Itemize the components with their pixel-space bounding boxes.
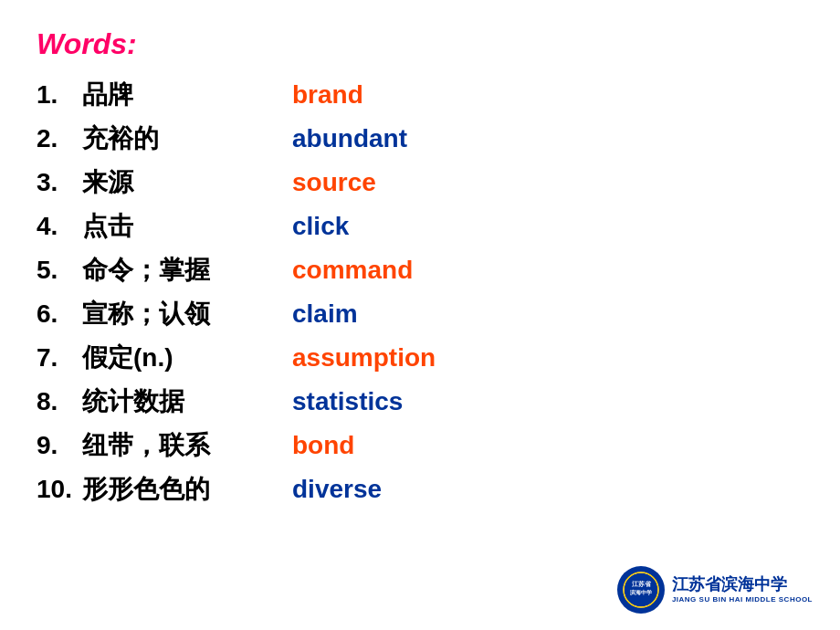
svg-text:江苏省: 江苏省 xyxy=(631,580,651,587)
word-number: 7. xyxy=(37,343,82,373)
word-list: 1.品牌brand2.充裕的abundant3.来源source4.点击clic… xyxy=(37,78,803,507)
word-number: 4. xyxy=(37,212,82,241)
word-english: assumption xyxy=(292,343,436,373)
word-item: 2.充裕的abundant xyxy=(37,121,803,156)
word-item: 7.假定(n.)assumption xyxy=(37,341,803,375)
word-chinese: 来源 xyxy=(82,165,292,200)
word-number: 5. xyxy=(37,256,82,285)
word-english: brand xyxy=(292,80,363,110)
logo-icon: 江苏省 滨海中学 xyxy=(617,566,665,614)
word-english: abundant xyxy=(292,124,407,153)
word-english: command xyxy=(292,256,413,285)
word-item: 3.来源source xyxy=(37,165,803,200)
word-number: 8. xyxy=(37,387,82,416)
word-chinese: 宣称；认领 xyxy=(82,297,292,331)
word-number: 2. xyxy=(37,124,82,153)
word-item: 6.宣称；认领claim xyxy=(37,297,803,331)
word-chinese: 假定(n.) xyxy=(82,341,292,375)
word-english: statistics xyxy=(292,387,403,416)
section-title: Words: xyxy=(37,27,803,61)
word-chinese: 点击 xyxy=(82,209,292,244)
word-english: bond xyxy=(292,431,354,460)
word-chinese: 形形色色的 xyxy=(82,472,292,507)
word-item: 10.形形色色的diverse xyxy=(37,472,803,507)
word-number: 10. xyxy=(37,475,82,504)
word-english: diverse xyxy=(292,475,382,504)
word-item: 8.统计数据statistics xyxy=(37,384,803,419)
word-chinese: 统计数据 xyxy=(82,384,292,419)
logo-text: 江苏省滨海中学 JIANG SU BIN HAI MIDDLE SCHOOL xyxy=(672,575,813,604)
word-english: claim xyxy=(292,299,358,329)
word-item: 1.品牌brand xyxy=(37,78,803,112)
page: Words: 1.品牌brand2.充裕的abundant3.来源source4… xyxy=(0,0,840,630)
word-item: 4.点击click xyxy=(37,209,803,244)
word-chinese: 纽带，联系 xyxy=(82,428,292,463)
word-english: click xyxy=(292,212,349,241)
word-chinese: 命令；掌握 xyxy=(82,253,292,288)
word-item: 9.纽带，联系bond xyxy=(37,428,803,463)
word-number: 6. xyxy=(37,299,82,329)
word-item: 5.命令；掌握command xyxy=(37,253,803,288)
svg-text:滨海中学: 滨海中学 xyxy=(630,589,652,595)
word-chinese: 品牌 xyxy=(82,78,292,112)
word-number: 9. xyxy=(37,431,82,460)
word-number: 3. xyxy=(37,168,82,197)
logo-en: JIANG SU BIN HAI MIDDLE SCHOOL xyxy=(672,595,813,604)
word-number: 1. xyxy=(37,80,82,110)
logo-cn: 江苏省滨海中学 xyxy=(672,575,787,595)
school-logo: 江苏省 滨海中学 江苏省滨海中学 JIANG SU BIN HAI MIDDLE… xyxy=(617,566,813,614)
word-english: source xyxy=(292,168,376,197)
word-chinese: 充裕的 xyxy=(82,121,292,156)
